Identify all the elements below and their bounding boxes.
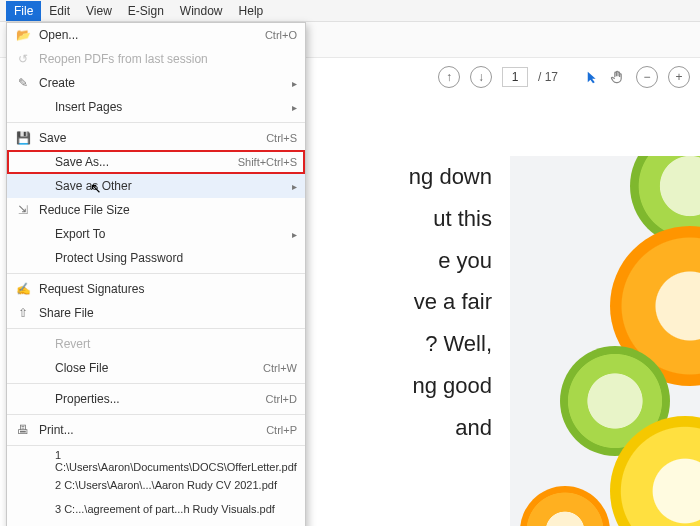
menu-create[interactable]: ✎ Create ▸ [7,71,305,95]
document-area: ng down ut this e you ve a fair ? Well, … [310,96,700,526]
menu-save[interactable]: 💾 Save Ctrl+S [7,126,305,150]
selection-tool-icon[interactable] [586,70,600,84]
menu-recent3-label: 3 C:...\agreement of part...h Rudy Visua… [33,503,297,515]
menu-separator [7,383,305,384]
menu-open[interactable]: 📂 Open... Ctrl+O [7,23,305,47]
document-text: ng down ut this e you ve a fair ? Well, … [310,96,510,526]
menu-open-label: Open... [33,28,265,42]
menu-protect[interactable]: Protect Using Password [7,246,305,270]
menu-esign[interactable]: E-Sign [120,1,172,21]
menu-file[interactable]: File [6,1,41,21]
menu-recent-3[interactable]: 3 C:...\agreement of part...h Rudy Visua… [7,497,305,521]
menu-view[interactable]: View [78,1,120,21]
print-icon: 🖶 [13,423,33,437]
menu-close-shortcut: Ctrl+W [263,362,297,374]
menu-insert-pages-label: Insert Pages [33,100,292,114]
menu-recent-2[interactable]: 2 C:\Users\Aaron\...\Aaron Rudy CV 2021.… [7,473,305,497]
menu-print[interactable]: 🖶 Print... Ctrl+P [7,418,305,442]
menu-save-as-label: Save As... [33,155,238,169]
menu-req-sig-label: Request Signatures [33,282,297,296]
menu-share-file[interactable]: ⇧ Share File [7,301,305,325]
share-icon: ⇧ [13,306,33,320]
menu-revert-label: Revert [33,337,297,351]
menu-reopen-label: Reopen PDFs from last session [33,52,297,66]
zoom-in-icon[interactable]: + [668,66,690,88]
menu-save-as-other[interactable]: Save as Other ▸ [7,174,305,198]
menu-save-shortcut: Ctrl+S [266,132,297,144]
menu-properties-shortcut: Ctrl+D [266,393,297,405]
menu-separator [7,414,305,415]
page-number-input[interactable]: 1 [502,67,528,87]
menu-reduce-size[interactable]: ⇲ Reduce File Size [7,198,305,222]
zoom-out-icon[interactable]: − [636,66,658,88]
menu-recent1-label: 1 C:\Users\Aaron\Documents\DOCS\OfferLet… [33,449,297,473]
menu-help[interactable]: Help [231,1,272,21]
menu-close-label: Close File [33,361,263,375]
menubar: File Edit View E-Sign Window Help [0,0,700,22]
compress-icon: ⇲ [13,203,33,217]
menu-create-label: Create [33,76,292,90]
menu-separator [7,445,305,446]
menu-recent-1[interactable]: 1 C:\Users\Aaron\Documents\DOCS\OfferLet… [7,449,305,473]
menu-open-shortcut: Ctrl+O [265,29,297,41]
menu-close-file[interactable]: Close File Ctrl+W [7,356,305,380]
menu-share-label: Share File [33,306,297,320]
menu-request-signatures[interactable]: ✍ Request Signatures [7,277,305,301]
menu-properties[interactable]: Properties... Ctrl+D [7,387,305,411]
menu-export-to[interactable]: Export To ▸ [7,222,305,246]
menu-edit[interactable]: Edit [41,1,78,21]
hand-tool-icon[interactable] [610,69,626,85]
menu-insert-pages[interactable]: Insert Pages ▸ [7,95,305,119]
menu-window[interactable]: Window [172,1,231,21]
menu-reopen: ↺ Reopen PDFs from last session [7,47,305,71]
menu-save-as-shortcut: Shift+Ctrl+S [238,156,297,168]
save-icon: 💾 [13,131,33,145]
menu-save-label: Save [33,131,266,145]
menu-reduce-label: Reduce File Size [33,203,297,217]
menu-export-label: Export To [33,227,292,241]
submenu-arrow-icon: ▸ [292,78,297,89]
folder-open-icon: 📂 [13,28,33,42]
menu-separator [7,273,305,274]
submenu-arrow-icon: ▸ [292,229,297,240]
cursor-icon: ↖ [90,180,102,196]
scroll-down-icon[interactable]: ↓ [470,66,492,88]
menu-revert: Revert [7,332,305,356]
menu-protect-label: Protect Using Password [33,251,297,265]
menu-print-label: Print... [33,423,266,437]
signature-icon: ✍ [13,282,33,296]
menu-recent2-label: 2 C:\Users\Aaron\...\Aaron Rudy CV 2021.… [33,479,297,491]
menu-save-other-label: Save as Other [33,179,292,193]
page-total-label: / 17 [538,70,558,84]
menu-separator [7,122,305,123]
menu-print-shortcut: Ctrl+P [266,424,297,436]
reopen-icon: ↺ [13,52,33,66]
scroll-up-icon[interactable]: ↑ [438,66,460,88]
submenu-arrow-icon: ▸ [292,102,297,113]
menu-view-all-recent[interactable]: View All Recent Files... [7,521,305,526]
document-image [510,156,700,526]
create-icon: ✎ [13,76,33,90]
menu-properties-label: Properties... [33,392,266,406]
submenu-arrow-icon: ▸ [292,181,297,192]
menu-separator [7,328,305,329]
menu-save-as[interactable]: Save As... Shift+Ctrl+S [7,150,305,174]
file-menu-dropdown: 📂 Open... Ctrl+O ↺ Reopen PDFs from last… [6,22,306,526]
page-tools: ↑ ↓ 1 / 17 − + [438,60,690,94]
